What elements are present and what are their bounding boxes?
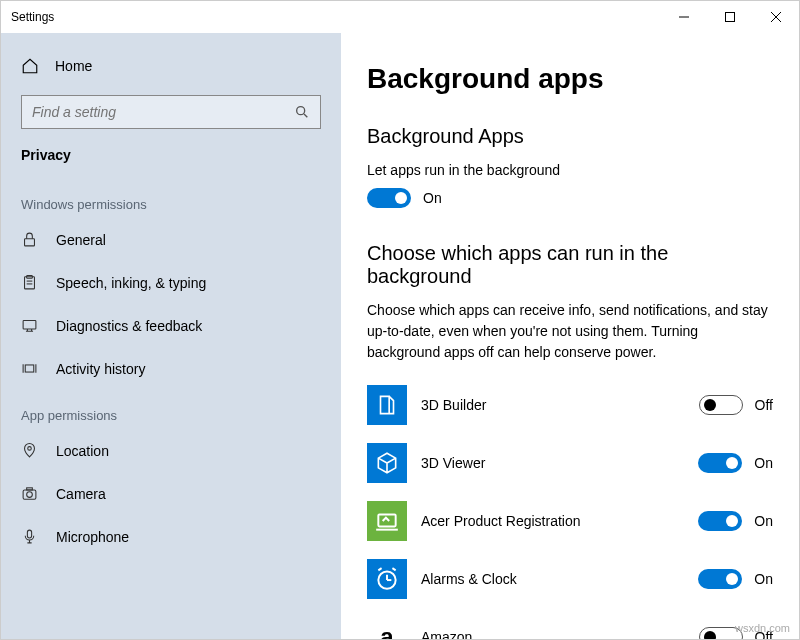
svg-rect-20 <box>378 515 395 527</box>
sidebar-item-microphone[interactable]: Microphone <box>1 515 341 558</box>
svg-rect-1 <box>726 13 735 22</box>
app-3d-builder: 3D Builder Off <box>367 385 773 425</box>
sidebar-item-speech[interactable]: Speech, inking, & typing <box>1 261 341 304</box>
home-label: Home <box>55 58 92 74</box>
search-box[interactable] <box>21 95 321 129</box>
lock-icon <box>21 231 38 248</box>
svg-line-26 <box>392 568 395 570</box>
app-toggle-acer[interactable] <box>698 511 742 531</box>
close-button[interactable] <box>753 1 799 33</box>
sidebar-item-label: Speech, inking, & typing <box>56 275 206 291</box>
app-toggle-state: On <box>754 455 773 471</box>
svg-point-4 <box>297 107 305 115</box>
sidebar: Home Privacy Windows permissions General… <box>1 33 341 639</box>
svg-point-17 <box>27 492 33 498</box>
clipboard-icon <box>21 274 38 291</box>
watermark: wsxdn.com <box>735 622 790 634</box>
app-name: 3D Viewer <box>421 455 684 471</box>
group-windows-permissions: Windows permissions <box>1 179 341 218</box>
app-toggle-3d-viewer[interactable] <box>698 453 742 473</box>
app-toggle-alarms[interactable] <box>698 569 742 589</box>
svg-rect-11 <box>23 321 36 330</box>
app-toggle-state: On <box>754 513 773 529</box>
page-title: Background apps <box>367 63 773 95</box>
svg-rect-18 <box>27 488 33 490</box>
sidebar-item-location[interactable]: Location <box>1 429 341 472</box>
master-toggle-label: Let apps run in the background <box>367 162 773 178</box>
sidebar-item-diagnostics[interactable]: Diagnostics & feedback <box>1 304 341 347</box>
sidebar-item-label: Activity history <box>56 361 145 377</box>
titlebar: Settings <box>1 1 799 33</box>
app-name: Amazon <box>421 629 685 639</box>
feedback-icon <box>21 317 38 334</box>
microphone-icon <box>21 528 38 545</box>
sidebar-item-label: General <box>56 232 106 248</box>
app-icon-3d-viewer <box>367 443 407 483</box>
svg-rect-14 <box>25 365 34 372</box>
sidebar-item-label: Location <box>56 443 109 459</box>
section-description: Choose which apps can receive info, send… <box>367 300 773 363</box>
svg-rect-6 <box>25 239 35 246</box>
category-label: Privacy <box>1 143 341 179</box>
sidebar-item-camera[interactable]: Camera <box>1 472 341 515</box>
section-title: Choose which apps can run in the backgro… <box>367 242 773 288</box>
settings-window: Settings Home Privacy Windows permission… <box>0 0 800 640</box>
app-toggle-3d-builder[interactable] <box>699 395 743 415</box>
svg-rect-19 <box>27 530 31 538</box>
svg-line-5 <box>304 114 307 117</box>
app-acer: Acer Product Registration On <box>367 501 773 541</box>
master-toggle[interactable] <box>367 188 411 208</box>
app-icon-amazon: a <box>367 617 407 639</box>
sidebar-item-label: Camera <box>56 486 106 502</box>
app-name: Alarms & Clock <box>421 571 684 587</box>
camera-icon <box>21 485 38 502</box>
main-panel: Background apps Background Apps Let apps… <box>341 33 799 639</box>
app-alarms: Alarms & Clock On <box>367 559 773 599</box>
window-controls <box>661 1 799 33</box>
content-area: Home Privacy Windows permissions General… <box>1 33 799 639</box>
svg-line-25 <box>378 568 381 570</box>
app-toggle-state: On <box>754 571 773 587</box>
app-name: 3D Builder <box>421 397 685 413</box>
maximize-button[interactable] <box>707 1 753 33</box>
app-toggle-state: Off <box>755 397 773 413</box>
group-app-permissions: App permissions <box>1 390 341 429</box>
home-icon <box>21 57 39 75</box>
app-icon-acer <box>367 501 407 541</box>
location-icon <box>21 442 38 459</box>
history-icon <box>21 360 38 377</box>
minimize-button[interactable] <box>661 1 707 33</box>
app-name: Acer Product Registration <box>421 513 684 529</box>
search-icon <box>294 104 310 120</box>
master-toggle-row: On <box>367 188 773 208</box>
app-3d-viewer: 3D Viewer On <box>367 443 773 483</box>
app-list: 3D Builder Off 3D Viewer On <box>367 385 773 639</box>
home-link[interactable]: Home <box>1 47 341 85</box>
search-input[interactable] <box>32 104 294 120</box>
app-icon-3d-builder <box>367 385 407 425</box>
sidebar-item-label: Microphone <box>56 529 129 545</box>
svg-point-15 <box>28 447 32 451</box>
sidebar-item-label: Diagnostics & feedback <box>56 318 202 334</box>
sidebar-item-general[interactable]: General <box>1 218 341 261</box>
app-amazon: a Amazon Off <box>367 617 773 639</box>
sidebar-item-activity[interactable]: Activity history <box>1 347 341 390</box>
sub-heading: Background Apps <box>367 125 773 148</box>
app-icon-alarms <box>367 559 407 599</box>
window-title: Settings <box>11 10 54 24</box>
master-toggle-state: On <box>423 190 442 206</box>
